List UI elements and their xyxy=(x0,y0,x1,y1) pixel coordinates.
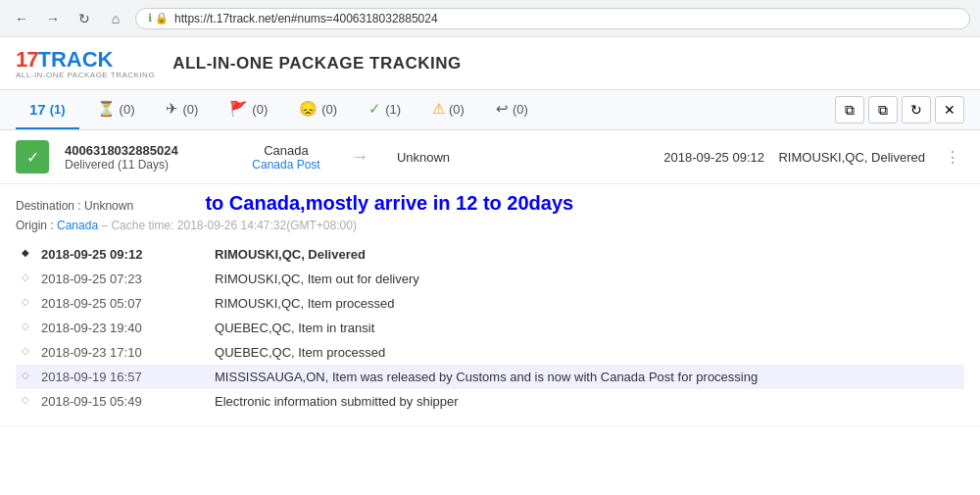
event-time: 2018-09-19 16:57 xyxy=(35,365,209,389)
tab-transit-count: (0) xyxy=(182,102,198,117)
logo-track: TRACK xyxy=(37,47,113,72)
origin-value[interactable]: Canada xyxy=(57,219,98,232)
last-location: RIMOUSKI,QC, Delivered xyxy=(778,150,925,165)
tab-exception[interactable]: 😞 (0) xyxy=(285,90,351,129)
cache-separator: – Cache time: xyxy=(101,219,176,232)
logo-sub: ALL-IN-ONE PACKAGE TRACKING xyxy=(16,71,155,79)
address-bar[interactable]: ℹ 🔒 https://t.17track.net/en#nums=400631… xyxy=(135,8,970,29)
alert-icon: ⚠ xyxy=(432,100,445,118)
cache-time: 2018-09-26 14:47:32(GMT+08:00) xyxy=(177,219,357,232)
arrow-icon: → xyxy=(351,147,368,168)
event-time: 2018-09-25 05:07 xyxy=(35,291,209,316)
event-description: RIMOUSKI,QC, Item out for delivery xyxy=(209,267,964,291)
package-info: 4006318032885024 Delivered (11 Days) xyxy=(65,143,221,172)
back-button[interactable]: ← xyxy=(10,7,33,30)
forward-button[interactable]: → xyxy=(41,7,65,30)
carrier-info: Canada Canada Post xyxy=(237,143,335,172)
event-dot: ◇ xyxy=(16,316,35,340)
last-event: 2018-09-25 09:12 RIMOUSKI,QC, Delivered xyxy=(478,150,925,165)
origin-label: Origin : xyxy=(16,219,57,232)
tab-in-transit[interactable]: ✈ (0) xyxy=(152,90,212,129)
tab-all-count: (1) xyxy=(50,102,66,117)
share-button[interactable]: ⧉ xyxy=(868,96,898,124)
logo-17: 17 xyxy=(16,47,37,72)
tab-returned-count: (0) xyxy=(513,102,528,117)
event-description: RIMOUSKI,QC, Item processed xyxy=(209,291,964,316)
tab-all-icon: 17 xyxy=(29,101,46,118)
browser-bar: ← → ↻ ⌂ ℹ 🔒 https://t.17track.net/en#num… xyxy=(0,0,980,37)
carrier-country: Canada xyxy=(237,143,335,158)
check-icon: ✓ xyxy=(368,100,381,118)
origin-line: Origin : Canada – Cache time: 2018-09-26… xyxy=(16,219,964,232)
url-text: https://t.17track.net/en#nums=4006318032… xyxy=(174,12,438,25)
event-time: 2018-09-25 09:12 xyxy=(35,242,209,267)
event-dot: ◇ xyxy=(16,340,35,365)
event-description: QUEBEC,QC, Item in transit xyxy=(209,316,964,340)
event-description: QUEBEC,QC, Item processed xyxy=(209,340,964,365)
copy-button[interactable]: ⧉ xyxy=(835,96,864,124)
logo[interactable]: 17TRACK ALL-IN-ONE PACKAGE TRACKING xyxy=(16,47,155,79)
tab-returned[interactable]: ↩ (0) xyxy=(482,90,542,129)
package-row: ✓ 4006318032885024 Delivered (11 Days) C… xyxy=(0,130,980,184)
details-panel: Destination : Unknown to Canada,mostly a… xyxy=(0,184,980,426)
return-icon: ↩ xyxy=(496,100,509,118)
transit-icon: ✈ xyxy=(166,100,178,118)
main-content: ✓ 4006318032885024 Delivered (11 Days) C… xyxy=(0,130,980,426)
destination: Unknown xyxy=(384,150,463,165)
refresh-button[interactable]: ↻ xyxy=(73,7,96,30)
site-title: ALL-IN-ONE PACKAGE TRACKING xyxy=(172,54,462,74)
announcement: to Canada,mostly arrive in 12 to 20days xyxy=(205,192,573,214)
last-date: 2018-09-25 09:12 xyxy=(663,150,764,165)
collapse-button[interactable]: ⋮ xyxy=(941,148,964,167)
flag-icon: 🚩 xyxy=(229,100,248,118)
tab-flagged[interactable]: 🚩 (0) xyxy=(216,90,281,129)
event-dot: ◇ xyxy=(16,267,35,291)
event-description: Electronic information submitted by ship… xyxy=(209,389,964,414)
tab-alert-count: (0) xyxy=(449,102,465,117)
refresh-all-button[interactable]: ↻ xyxy=(902,96,931,124)
pending-icon: ⏳ xyxy=(97,100,116,118)
event-time: 2018-09-15 05:49 xyxy=(35,389,209,414)
event-dot: ◇ xyxy=(16,389,35,414)
tab-bar: 17 (1) ⏳ (0) ✈ (0) 🚩 (0) 😞 (0) ✓ (1) ⚠ (… xyxy=(0,90,980,130)
event-time: 2018-09-23 17:10 xyxy=(35,340,209,365)
tracking-number[interactable]: 4006318032885024 xyxy=(65,143,221,158)
event-row: ◆2018-09-25 09:12RIMOUSKI,QC, Delivered xyxy=(16,242,964,267)
site-header: 17TRACK ALL-IN-ONE PACKAGE TRACKING ALL-… xyxy=(0,37,980,90)
event-description: RIMOUSKI,QC, Delivered xyxy=(209,242,964,267)
destination-label: Destination : Unknown xyxy=(16,199,133,213)
tab-actions: ⧉ ⧉ ↻ ✕ xyxy=(835,96,964,124)
event-time: 2018-09-25 07:23 xyxy=(35,267,209,291)
status-icon: ✓ xyxy=(16,140,49,173)
home-button[interactable]: ⌂ xyxy=(104,7,127,30)
exception-icon: 😞 xyxy=(299,100,318,118)
event-row: ◇2018-09-23 17:10QUEBEC,QC, Item process… xyxy=(16,340,964,365)
tab-delivered-count: (1) xyxy=(385,102,401,117)
event-dot: ◇ xyxy=(16,291,35,316)
tab-exception-count: (0) xyxy=(321,102,337,117)
tab-alert[interactable]: ⚠ (0) xyxy=(418,90,478,129)
destination-meta: Destination : Unknown to Canada,mostly a… xyxy=(16,192,964,215)
event-dot: ◇ xyxy=(16,365,35,389)
close-all-button[interactable]: ✕ xyxy=(935,96,964,124)
event-row: ◇2018-09-19 16:57MISSISSAUGA,ON, Item wa… xyxy=(16,365,964,389)
delivery-days: Delivered (11 Days) xyxy=(65,158,221,172)
carrier-name[interactable]: Canada Post xyxy=(237,158,335,172)
tab-pending-count: (0) xyxy=(120,102,135,117)
event-description: MISSISSAUGA,ON, Item was released by Cus… xyxy=(209,365,964,389)
events-table: ◆2018-09-25 09:12RIMOUSKI,QC, Delivered◇… xyxy=(16,242,964,414)
event-row: ◇2018-09-25 07:23RIMOUSKI,QC, Item out f… xyxy=(16,267,964,291)
tab-flagged-count: (0) xyxy=(252,102,268,117)
event-time: 2018-09-23 19:40 xyxy=(35,316,209,340)
tab-all[interactable]: 17 (1) xyxy=(16,91,79,129)
tab-delivered[interactable]: ✓ (1) xyxy=(355,90,415,129)
event-dot: ◆ xyxy=(16,242,35,267)
event-row: ◇2018-09-23 19:40QUEBEC,QC, Item in tran… xyxy=(16,316,964,340)
event-row: ◇2018-09-15 05:49Electronic information … xyxy=(16,389,964,414)
tab-pending[interactable]: ⏳ (0) xyxy=(83,90,149,129)
event-row: ◇2018-09-25 05:07RIMOUSKI,QC, Item proce… xyxy=(16,291,964,316)
lock-icon: ℹ 🔒 xyxy=(148,12,169,25)
